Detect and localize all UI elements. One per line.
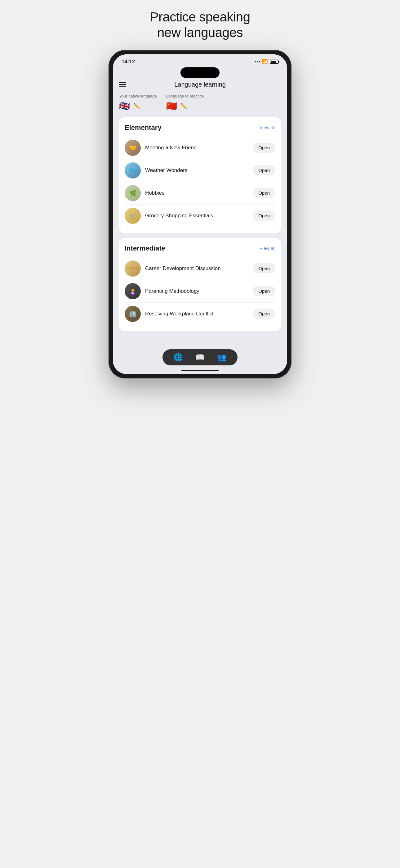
practice-flag: 🇨🇳 [166, 101, 177, 111]
practice-flag-row: 🇨🇳 ✏️ [166, 101, 204, 111]
lesson-item: CAREER Career Development Discussion Ope… [125, 257, 275, 280]
lesson-item: 🏢 Resolving Workplace Conflict Open [125, 303, 275, 325]
people-nav-icon[interactable]: 👥 [217, 353, 226, 362]
grocery-thumb: 🛒 [125, 208, 141, 224]
native-language-group: Your native language 🇬🇧 ✏️ [119, 94, 157, 111]
app-header: Language learning [119, 81, 281, 88]
workplace-open-button[interactable]: Open [253, 309, 275, 319]
hero-title: Practice speaking new languages [106, 9, 294, 41]
intermediate-header: Intermediate View all [125, 244, 275, 252]
parenting-open-button[interactable]: Open [253, 286, 275, 296]
book-nav-icon[interactable]: 📖 [195, 353, 205, 362]
home-indicator [181, 370, 219, 371]
practice-language-label: Language to practice [166, 94, 204, 98]
phone-inner: 14:12 📶 [113, 54, 287, 374]
grocery-open-button[interactable]: Open [253, 211, 275, 221]
native-language-label: Your native language [119, 94, 157, 98]
workplace-name: Resolving Workplace Conflict [145, 310, 248, 317]
lesson-item: 🤱 Parenting Methodology Open [125, 280, 275, 303]
practice-language-group: Language to practice 🇨🇳 ✏️ [166, 94, 204, 111]
weather-wonders-thumb: 🐦 [125, 162, 141, 179]
meeting-friend-open-button[interactable]: Open [253, 143, 275, 153]
lesson-item: 🌿 Hobbies Open [125, 182, 275, 205]
phone-frame: 14:12 📶 [108, 50, 292, 378]
language-section: Your native language 🇬🇧 ✏️ Language to p… [119, 94, 281, 111]
intermediate-section: Intermediate View all CAREER Career Deve… [119, 238, 281, 331]
dynamic-island [180, 67, 220, 78]
bottom-nav: 🌐 📖 👥 [163, 349, 237, 365]
intermediate-title: Intermediate [125, 244, 165, 252]
native-flag: 🇬🇧 [119, 101, 130, 111]
elementary-title: Elementary [125, 124, 162, 132]
hobbies-open-button[interactable]: Open [253, 188, 275, 198]
native-flag-row: 🇬🇧 ✏️ [119, 101, 157, 111]
app-content: Language learning Your native language 🇬… [113, 81, 287, 367]
career-name: Career Development Discussion [145, 265, 248, 272]
elementary-section: Elementary View all 🤝 Meeting a New Frie… [119, 117, 281, 233]
lesson-item: 🛒 Grocery Shopping Essentials Open [125, 205, 275, 227]
elementary-view-all[interactable]: View all [260, 125, 275, 130]
lesson-item: 🤝 Meeting a New Friend Open [125, 136, 275, 159]
career-thumb: CAREER [125, 260, 141, 277]
lesson-item: 🐦 Weather Wonders Open [125, 159, 275, 182]
meeting-friend-name: Meeting a New Friend [145, 144, 248, 151]
status-icons: 📶 [255, 59, 278, 65]
grocery-name: Grocery Shopping Essentials [145, 212, 248, 219]
status-time: 14:12 [122, 59, 135, 65]
globe-nav-icon[interactable]: 🌐 [174, 353, 183, 362]
status-bar: 14:12 📶 [113, 54, 287, 67]
elementary-header: Elementary View all [125, 124, 275, 132]
wifi-icon: 📶 [262, 59, 268, 65]
native-language-edit-icon[interactable]: ✏️ [133, 102, 140, 109]
battery-icon [270, 60, 278, 64]
career-open-button[interactable]: Open [253, 263, 275, 274]
meeting-friend-thumb: 🤝 [125, 140, 141, 156]
weather-wonders-name: Weather Wonders [145, 167, 248, 174]
practice-language-edit-icon[interactable]: ✏️ [180, 102, 187, 109]
career-thumb-text: CAREER [128, 267, 138, 270]
app-title: Language learning [174, 81, 226, 88]
page-wrapper: Practice speaking new languages 14:12 📶 [100, 0, 300, 391]
signal-icon [255, 61, 260, 62]
intermediate-view-all[interactable]: View all [260, 246, 275, 251]
hobbies-name: Hobbies [145, 190, 248, 196]
hobbies-thumb: 🌿 [125, 185, 141, 201]
parenting-thumb: 🤱 [125, 283, 141, 299]
workplace-thumb: 🏢 [125, 306, 141, 322]
parenting-name: Parenting Methodology [145, 288, 248, 294]
weather-wonders-open-button[interactable]: Open [253, 165, 275, 176]
menu-icon[interactable] [119, 82, 126, 87]
